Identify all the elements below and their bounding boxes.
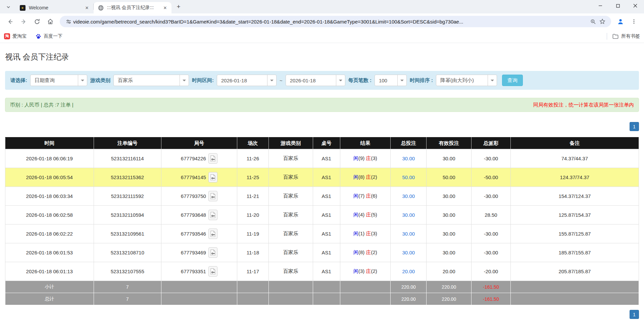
total-bet-link[interactable]: 30.00 xyxy=(402,250,415,255)
bookmarks-divider xyxy=(607,33,607,40)
chevron-down-icon[interactable] xyxy=(267,75,276,86)
total-bet-link[interactable]: 30.00 xyxy=(402,193,415,199)
zoom-icon[interactable] xyxy=(588,17,598,26)
tab-bet-record[interactable]: :::视讯 会员下注纪录::: ✕ xyxy=(94,2,171,13)
result-player-count: (8) xyxy=(358,249,366,255)
profile-avatar[interactable] xyxy=(615,16,626,27)
page-content: 视讯 会员下注纪录 请选择: 日期查询 游戏类别 百家乐 时间区间: 2026-… xyxy=(0,52,644,319)
cell-session: 11-21 xyxy=(237,187,268,206)
date-range-label: 时间区间: xyxy=(192,77,214,84)
per-page-label: 每页笔数 : xyxy=(348,77,371,84)
maximize-button[interactable] xyxy=(609,0,627,11)
header-session: 场次 xyxy=(237,137,268,149)
per-page-select[interactable]: 100 xyxy=(375,75,407,86)
close-tab-icon[interactable]: ✕ xyxy=(84,5,90,11)
all-bookmarks[interactable]: 所有书签 xyxy=(607,33,640,40)
game-kind-select[interactable]: 百家乐 xyxy=(113,75,189,86)
result-banker-count: (2) xyxy=(371,268,377,274)
video-replay-icon[interactable] xyxy=(208,191,217,201)
cell-time: 2026-01-18 06:06:19 xyxy=(5,149,94,168)
cell-round-id: 677793546 xyxy=(161,224,237,243)
bookmark-taobao[interactable]: 淘 爱淘宝 xyxy=(4,33,27,39)
sort-select-value: 降幂(由大到小) xyxy=(436,75,488,86)
video-replay-icon[interactable] xyxy=(208,172,217,182)
total-row: 总计 7 220.00 220.00 -161.50 xyxy=(5,293,639,305)
tab-welcome[interactable]: ★ Welcome ✕ xyxy=(15,2,93,13)
page-1-button[interactable]: 1 xyxy=(630,310,639,319)
round-id-text: 677794226 xyxy=(181,156,206,161)
result-player: 闲 xyxy=(353,174,358,180)
cell-table-no: AS1 xyxy=(313,243,340,262)
mode-label: 请选择: xyxy=(10,77,27,84)
cell-round-id: 677793648 xyxy=(161,206,237,224)
site-settings-icon[interactable] xyxy=(64,17,73,26)
cell-note: 154.37/124.37 xyxy=(510,187,639,206)
query-button[interactable]: 查询 xyxy=(502,75,523,86)
menu-dots-icon[interactable] xyxy=(628,16,640,27)
cell-payout: -50.00 xyxy=(472,168,511,187)
close-window-button[interactable] xyxy=(627,0,644,11)
total-bet-link[interactable]: 30.00 xyxy=(402,156,415,161)
bookmark-star-icon[interactable] xyxy=(598,17,607,26)
chevron-down-icon[interactable] xyxy=(336,75,345,86)
cell-result: 闲(1) 庄(3) xyxy=(340,224,391,243)
cell-time: 2026-01-18 06:05:54 xyxy=(5,168,94,187)
back-button[interactable] xyxy=(4,16,16,27)
forward-button[interactable] xyxy=(18,16,29,27)
result-player: 闲 xyxy=(353,268,358,274)
cell-bet-id: 523132115362 xyxy=(94,168,161,187)
cell-note: 124.37/74.37 xyxy=(510,168,639,187)
cell-table-no: AS1 xyxy=(313,187,340,206)
total-bet-link[interactable]: 50.00 xyxy=(402,174,415,180)
bet-record-table: 时间 注单编号 局号 场次 游戏类别 桌号 结果 总投注 有效投注 总派彩 备注… xyxy=(5,137,639,305)
total-bet-link[interactable]: 30.00 xyxy=(402,212,415,218)
bookmark-baidu[interactable]: 百度一下 xyxy=(35,33,62,39)
video-replay-icon[interactable] xyxy=(208,229,217,239)
cell-valid-bet: 30.00 xyxy=(427,206,472,224)
tab-search-button[interactable] xyxy=(3,2,13,12)
home-button[interactable] xyxy=(45,16,56,27)
cell-valid-bet: 30.00 xyxy=(427,224,472,243)
video-replay-icon[interactable] xyxy=(208,266,217,277)
header-round-id: 局号 xyxy=(161,137,237,149)
total-bet-link[interactable]: 20.00 xyxy=(402,269,415,274)
date-separator: ~ xyxy=(280,78,283,83)
result-player: 闲 xyxy=(353,231,358,236)
chevron-down-icon[interactable] xyxy=(397,75,406,86)
window-controls xyxy=(592,0,644,11)
chevron-down-icon[interactable] xyxy=(488,75,497,86)
cell-payout: 28.50 xyxy=(472,206,511,224)
video-replay-icon[interactable] xyxy=(208,247,217,258)
header-note: 备注 xyxy=(510,137,639,149)
cell-bet-id: 523132116114 xyxy=(94,149,161,168)
page-1-button[interactable]: 1 xyxy=(630,122,639,131)
cell-valid-bet: 30.00 xyxy=(427,243,472,262)
date-start-select[interactable]: 2026-01-18 xyxy=(217,75,277,86)
video-replay-icon[interactable] xyxy=(208,210,217,220)
chevron-down-icon[interactable] xyxy=(180,75,189,86)
game-kind-label: 游戏类别 xyxy=(90,77,110,84)
new-tab-button[interactable]: + xyxy=(174,2,183,11)
reload-button[interactable] xyxy=(31,16,43,27)
cell-time: 2026-01-18 06:02:22 xyxy=(5,224,94,243)
url-text[interactable]: videoie.com/game/betrecord_search/kind3?… xyxy=(73,19,588,25)
header-total-bet: 总投注 xyxy=(391,137,427,149)
video-replay-icon[interactable] xyxy=(208,153,217,164)
result-player: 闲 xyxy=(353,193,358,199)
cell-game: 百家乐 xyxy=(268,224,313,243)
sort-select[interactable]: 降幂(由大到小) xyxy=(436,75,497,86)
table-row: 2026-01-18 06:03:34 523132111592 6777937… xyxy=(5,187,639,206)
round-id-text: 677793546 xyxy=(181,231,206,237)
info-bar: 币别 : 人民币 | 总共 :7 注单 | 同局有效投注，统一计算在该局第一张注… xyxy=(5,98,639,112)
date-end-select[interactable]: 2026-01-18 xyxy=(286,75,345,86)
result-player-count: (7) xyxy=(358,193,366,199)
total-bet-link[interactable]: 30.00 xyxy=(402,231,415,237)
minimize-button[interactable] xyxy=(592,0,609,11)
cell-result: 闲(8) 庄(2) xyxy=(340,243,391,262)
mode-select[interactable]: 日期查询 xyxy=(30,75,87,86)
round-id-text: 677793750 xyxy=(181,193,206,199)
address-bar[interactable]: videoie.com/game/betrecord_search/kind3?… xyxy=(60,16,611,27)
globe-icon xyxy=(98,5,104,11)
close-tab-icon[interactable]: ✕ xyxy=(162,5,168,11)
chevron-down-icon[interactable] xyxy=(78,75,87,86)
